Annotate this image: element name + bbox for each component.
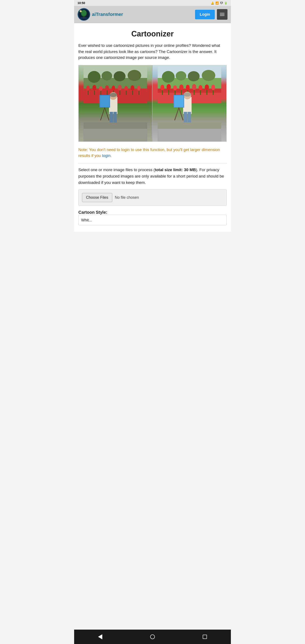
login-link[interactable]: login bbox=[102, 153, 110, 158]
battery-icon: 🔋 bbox=[224, 2, 228, 5]
svg-point-3 bbox=[81, 10, 86, 16]
svg-rect-68 bbox=[183, 97, 192, 114]
svg-rect-41 bbox=[84, 129, 147, 142]
select-instructions: Select one or more image files to proces… bbox=[78, 167, 227, 186]
cartoon-style-select[interactable]: Whit... bbox=[78, 215, 227, 226]
svg-point-61 bbox=[192, 84, 196, 90]
status-bar: 10:50 🔔 📶 🛡 🔋 bbox=[74, 0, 231, 6]
svg-point-18 bbox=[99, 86, 102, 91]
svg-point-46 bbox=[188, 71, 200, 81]
size-limit-bold: total size limit: 30 MB bbox=[155, 168, 196, 172]
menu-button[interactable] bbox=[217, 9, 228, 20]
svg-point-20 bbox=[105, 85, 109, 90]
wifi-icon: 🛡 bbox=[220, 2, 223, 5]
status-icons: 🔔 📶 🛡 🔋 bbox=[211, 2, 228, 5]
time-display: 10:50 bbox=[78, 1, 85, 5]
svg-line-38 bbox=[100, 108, 105, 120]
logo-container: aiTransformer bbox=[78, 8, 123, 21]
svg-point-59 bbox=[186, 85, 190, 90]
logo-text-main: Transformer bbox=[96, 12, 123, 17]
demo-image-original bbox=[78, 65, 152, 142]
choose-files-button[interactable]: Choose Files bbox=[82, 193, 112, 202]
note-text-content: Note: You don't need to login to use thi… bbox=[78, 148, 220, 158]
svg-point-14 bbox=[86, 86, 90, 91]
svg-point-22 bbox=[112, 86, 115, 91]
no-file-label: No file chosen bbox=[115, 195, 139, 200]
hamburger-line-1 bbox=[220, 13, 224, 13]
svg-point-63 bbox=[199, 85, 202, 90]
main-content: Cartoonizer Ever wished to use cartooniz… bbox=[74, 23, 231, 232]
page-title: Cartoonizer bbox=[78, 30, 227, 38]
svg-point-28 bbox=[131, 85, 134, 90]
svg-line-76 bbox=[179, 108, 183, 120]
note-text-end: . bbox=[110, 153, 112, 158]
svg-point-8 bbox=[88, 71, 100, 83]
svg-point-26 bbox=[124, 86, 128, 91]
svg-point-4 bbox=[80, 17, 88, 19]
divider bbox=[78, 163, 227, 163]
hamburger-line-3 bbox=[220, 16, 224, 16]
svg-point-67 bbox=[212, 85, 215, 90]
logo-text-pre: ai bbox=[92, 12, 96, 17]
svg-point-16 bbox=[92, 85, 96, 90]
svg-point-57 bbox=[180, 84, 184, 90]
nav-buttons: Login bbox=[195, 9, 228, 20]
svg-line-75 bbox=[175, 108, 179, 120]
signal-icon: 📶 bbox=[216, 2, 219, 5]
svg-point-55 bbox=[173, 85, 177, 90]
navbar: aiTransformer Login bbox=[74, 6, 231, 23]
svg-rect-37 bbox=[100, 96, 110, 107]
logo-image bbox=[78, 8, 90, 21]
svg-point-24 bbox=[118, 85, 122, 90]
svg-point-11 bbox=[128, 70, 141, 81]
svg-rect-74 bbox=[174, 96, 184, 107]
svg-rect-78 bbox=[158, 129, 221, 142]
svg-point-70 bbox=[184, 92, 191, 96]
login-button[interactable]: Login bbox=[195, 10, 215, 19]
demo-image-cartoon bbox=[152, 65, 226, 142]
hamburger-line-2 bbox=[220, 14, 224, 14]
original-scene bbox=[78, 65, 152, 142]
svg-point-53 bbox=[167, 84, 171, 90]
cartoon-style-section: Cartoon Style: Whit... bbox=[78, 210, 227, 226]
notification-icon: 🔔 bbox=[211, 2, 214, 5]
description-text: Ever wished to use cartoonized pictures … bbox=[78, 42, 227, 61]
svg-point-5 bbox=[80, 10, 82, 12]
svg-point-51 bbox=[160, 85, 164, 90]
select-text-pre: Select one or more image files to proces… bbox=[78, 168, 155, 172]
cartoon-style-label: Cartoon Style: bbox=[78, 210, 108, 214]
svg-point-30 bbox=[137, 86, 141, 91]
svg-line-39 bbox=[105, 108, 109, 120]
logo-text: aiTransformer bbox=[92, 12, 123, 17]
svg-point-33 bbox=[110, 93, 117, 97]
svg-point-45 bbox=[176, 71, 186, 80]
svg-point-44 bbox=[162, 71, 175, 83]
cartoon-scene bbox=[152, 65, 226, 142]
file-input-container: Choose Files No file chosen bbox=[78, 190, 227, 206]
svg-point-10 bbox=[114, 71, 126, 81]
demo-image-container bbox=[78, 65, 227, 142]
svg-point-65 bbox=[205, 84, 209, 90]
svg-point-47 bbox=[202, 70, 216, 81]
svg-point-9 bbox=[102, 71, 112, 80]
note-text: Note: You don't need to login to use thi… bbox=[78, 147, 227, 159]
